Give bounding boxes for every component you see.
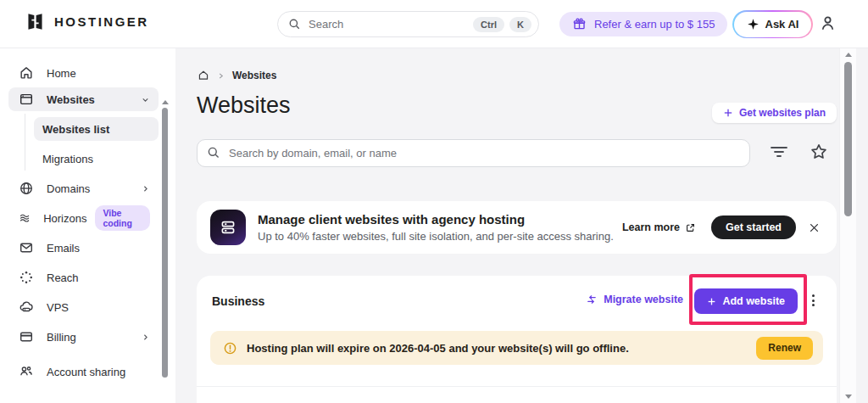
main-scrollbar[interactable] [839,48,856,403]
sidebar-label: Websites list [42,123,109,136]
sidebar-item-websites[interactable]: Websites [8,87,159,111]
sidebar-scrollbar[interactable] [160,97,170,403]
cloud-server-icon [19,299,34,315]
sidebar-label: Migrations [42,153,93,165]
hostinger-logo[interactable]: HOSTINGER [25,12,149,31]
hostinger-hpanel: HOSTINGER Ctrl K Refer & earn up to $ 15… [0,0,868,403]
migrate-website-link[interactable]: Migrate website [586,294,683,305]
websites-search[interactable] [197,139,750,167]
sidebar-subtree-line [25,114,25,171]
mail-icon [19,240,34,255]
sidebar-label: VPS [47,301,69,314]
get-websites-plan-label: Get websites plan [739,107,826,119]
search-icon [207,146,220,160]
get-started-label: Get started [726,221,782,233]
page-title: Websites [197,92,291,119]
keycap-k: K [509,17,531,32]
scroll-up-arrow[interactable] [845,53,852,57]
sidebar-item-home[interactable]: Home [8,61,159,85]
scroll-thumb[interactable] [844,62,852,216]
sidebar-item-billing[interactable]: Billing [8,325,159,349]
plan-title: Business [212,294,264,308]
sidebar-label: Emails [47,242,80,255]
breadcrumb: Websites [198,70,276,81]
sidebar-item-account-sharing[interactable]: Account sharing [8,360,159,383]
credit-card-icon [19,329,34,344]
sidebar: Home Websites Websites list Migrations D… [0,48,175,403]
refer-earn-label: Refer & earn up to $ 155 [594,18,715,31]
get-started-button[interactable]: Get started [711,215,796,239]
breadcrumb-chevron-icon [217,72,225,80]
main-content: Websites Websites Get websites plan [175,48,868,403]
gift-icon [572,17,587,31]
agency-hosting-banner: Manage client websites with agency hosti… [197,201,837,254]
sidebar-item-domains[interactable]: Domains [8,176,159,200]
chevron-right-icon [141,184,150,193]
chevron-down-icon [141,95,150,104]
reach-burst-icon [19,270,34,285]
renew-button[interactable]: Renew [756,337,813,360]
sidebar-item-migrations[interactable]: Migrations [34,147,159,171]
vibe-coding-badge: Vibe coding [95,205,150,231]
keycap-ctrl: Ctrl [473,17,504,32]
global-search[interactable]: Ctrl K [277,11,539,37]
card-divider [197,386,837,387]
sidebar-item-reach[interactable]: Reach [8,266,159,289]
sidebar-item-websites-list[interactable]: Websites list [34,117,159,141]
migrate-website-label: Migrate website [604,294,683,305]
sidebar-item-horizons[interactable]: Horizons Vibe coding [8,206,159,230]
ask-ai-button[interactable]: Ask AI [732,10,813,38]
sidebar-label: Reach [47,271,79,284]
logo-text: HOSTINGER [54,14,149,29]
sidebar-label: Horizons [43,212,86,225]
home-icon [19,65,34,81]
star-icon[interactable] [810,143,828,161]
search-icon [288,18,301,31]
plan-options-menu-icon[interactable] [812,294,815,306]
top-header: HOSTINGER Ctrl K Refer & earn up to $ 15… [0,0,868,48]
banner-title: Manage client websites with agency hosti… [258,212,614,227]
sidebar-item-emails[interactable]: Emails [8,236,159,260]
filter-icon[interactable] [769,143,789,160]
external-link-icon [685,222,696,233]
account-icon[interactable] [819,14,837,32]
renew-label: Renew [768,342,801,354]
ask-ai-label: Ask AI [765,18,799,31]
transfer-arrows-icon [586,294,598,305]
close-icon[interactable] [809,222,820,233]
get-websites-plan-button[interactable]: Get websites plan [712,103,837,123]
warning-icon [223,341,237,355]
server-stack-icon [210,210,246,245]
globe-icon [19,181,34,196]
hostinger-logo-icon [25,12,45,31]
ai-spark-icon [747,18,760,31]
learn-more-link[interactable]: Learn more [622,221,696,233]
people-icon [19,364,34,379]
sidebar-item-vps[interactable]: VPS [8,295,159,319]
banner-subtitle: Up to 40% faster websites, full site iso… [258,230,614,243]
expiry-warning-banner: Hosting plan will expire on 2026-04-05 a… [210,331,823,365]
sidebar-label: Billing [47,331,76,344]
websites-search-input[interactable] [197,139,750,167]
browser-icon [19,92,34,107]
plus-icon [723,108,733,118]
learn-more-label: Learn more [622,221,680,233]
scroll-up-arrow[interactable] [162,100,169,104]
breadcrumb-home-icon[interactable] [198,70,209,81]
breadcrumb-current[interactable]: Websites [232,70,276,81]
chevron-right-icon [141,333,150,342]
sidebar-label: Home [47,67,76,80]
global-search-input[interactable] [309,18,468,31]
scroll-thumb[interactable] [162,108,168,378]
expiry-warning-text: Hosting plan will expire on 2026-04-05 a… [247,342,629,355]
sidebar-label: Account sharing [47,366,125,378]
scroll-down-arrow[interactable] [845,395,852,399]
highlight-annotation-box [689,274,807,325]
waves-icon [19,210,31,226]
sidebar-label: Websites [47,93,95,106]
refer-earn-button[interactable]: Refer & earn up to $ 155 [559,12,727,36]
sidebar-label: Domains [47,182,90,195]
